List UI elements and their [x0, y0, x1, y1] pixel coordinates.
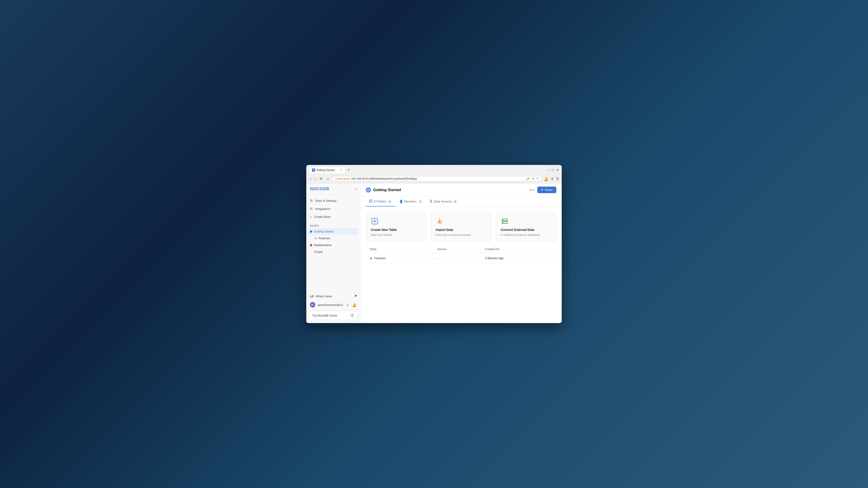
- table-row[interactable]: ◈ Features - 3 Minutes Ago: [366, 253, 556, 263]
- share-label: Share: [545, 188, 553, 192]
- addressbar-row: ‹ › ↻ ☆ ⚠ Not secure 192.168.29.61:8080/…: [309, 175, 559, 183]
- base-dot-red: [310, 244, 312, 246]
- connect-external-card[interactable]: Connect External Data In realtime to ext…: [496, 212, 556, 242]
- create-table-desc: Start from scratch.: [371, 233, 422, 236]
- brave-shield-icon[interactable]: 🛡: [536, 177, 539, 180]
- connect-external-title: Connect External Data: [501, 228, 552, 232]
- data-sources-badge: 1: [453, 200, 458, 203]
- app-layout: NOCODB « ⚙ Team & Settings ⟳ Integration…: [306, 184, 562, 323]
- chevron-up-icon: ▲: [346, 303, 349, 306]
- key-icon[interactable]: 🔑: [526, 177, 530, 180]
- sidebar-item-integrations[interactable]: ⟳ Integrations: [306, 205, 360, 213]
- gear-icon: ⚙: [310, 199, 313, 203]
- user-profile-item[interactable]: AY ayushsnewemail12: ▲ 🔔: [306, 300, 360, 310]
- whats-new-item[interactable]: 📢 What's New!: [306, 293, 360, 300]
- created-on-col-header: Created On: [481, 246, 556, 253]
- header-actions: ⌘ K ⬆ Share: [529, 187, 556, 193]
- getting-started-label: Getting Started: [314, 230, 334, 233]
- tab-favicon: N: [312, 168, 315, 172]
- user-avatar: AY: [310, 302, 315, 307]
- team-settings-label: Team & Settings: [315, 199, 337, 202]
- row-source: -: [434, 253, 482, 263]
- forward-button[interactable]: ›: [314, 176, 317, 181]
- browser-tab[interactable]: N Getting Started ×: [309, 167, 345, 173]
- data-sources-icon: 🗄: [430, 200, 433, 203]
- sidebar-nav: ⚙ Team & Settings ⟳ Integrations + Creat…: [306, 195, 360, 223]
- create-table-title: Create New Table: [371, 228, 422, 232]
- nocodb-logo: NOCODB: [310, 187, 329, 191]
- action-cards-section: Create New Table Start from scratch. Imp…: [361, 206, 562, 246]
- base-dot-blue: [310, 230, 312, 233]
- newbusiness-label: Newbusiness: [314, 243, 331, 247]
- addressbar[interactable]: ⚠ Not secure 192.168.29.61:8080/dashboar…: [332, 176, 542, 182]
- refresh-button[interactable]: ↻: [319, 176, 323, 182]
- share-button[interactable]: ⬆ Share: [537, 187, 556, 193]
- addressbar-action-icons: 🔑 ⬆ 🛡: [526, 177, 539, 180]
- import-data-title: Import Data: [436, 228, 487, 232]
- sidebar-item-empty[interactable]: Empty: [306, 249, 360, 255]
- user-email: ayushsnewemail12:: [318, 303, 343, 306]
- sidebar-item-create-base[interactable]: + Create Base: [306, 213, 360, 221]
- table-header: Table Source Created On: [366, 246, 556, 253]
- table-col-header: Table: [366, 246, 434, 253]
- try-cloud-label: Try NocoDB Cloud: [312, 314, 337, 317]
- base-icon: [366, 188, 371, 193]
- sidebar-item-team-settings[interactable]: ⚙ Team & Settings: [306, 197, 360, 205]
- browser-window: N Getting Started × + ─ □ ✕ ‹ › ↻ ☆ ⚠: [306, 165, 562, 323]
- table-icon: ◈: [314, 236, 317, 240]
- members-badge: 1: [418, 200, 423, 203]
- members-label: Members: [404, 200, 416, 203]
- create-base-label: Create Base: [314, 215, 331, 219]
- tab-close-btn[interactable]: ×: [340, 168, 342, 172]
- bases-section-title: Bases: [306, 223, 360, 228]
- menu-icon[interactable]: ☰: [556, 177, 559, 181]
- integrations-icon: ⟳: [310, 207, 313, 211]
- share-icon: ⬆: [541, 188, 544, 192]
- tabs-row: N Getting Started × + ─ □ ✕: [309, 167, 559, 173]
- sidebar-base-newbusiness[interactable]: Newbusiness: [306, 241, 360, 249]
- sidebar-item-features[interactable]: ◈ Features: [306, 235, 360, 241]
- connect-external-icon: [501, 217, 509, 225]
- notification-badge: [355, 295, 357, 297]
- sidebar-header: NOCODB «: [306, 184, 360, 195]
- sidebar-collapse-button[interactable]: «: [355, 187, 357, 191]
- tab-all-tables[interactable]: All Tables 1: [366, 197, 395, 206]
- tab-title: Getting Started: [316, 168, 335, 172]
- tab-data-sources[interactable]: 🗄 Data Sources 1: [427, 197, 461, 206]
- sidebar-base-getting-started[interactable]: Getting Started: [308, 228, 359, 235]
- tab-members[interactable]: 👤 Members 1: [396, 197, 426, 206]
- data-sources-label: Data Sources: [434, 200, 452, 203]
- win-close[interactable]: ✕: [556, 168, 559, 172]
- win-minimize[interactable]: ─: [548, 168, 550, 172]
- import-data-card[interactable]: Import Data From files & external source…: [431, 212, 491, 242]
- import-icon: [436, 217, 444, 225]
- win-maximize[interactable]: □: [552, 168, 554, 172]
- sidebar-footer: 📢 What's New! AY ayushsnewemail12: ▲ 🔔 T…: [306, 291, 360, 323]
- warning-icon: ⚠: [335, 177, 337, 180]
- back-button[interactable]: ‹: [309, 176, 312, 181]
- main-content: Getting Started ⌘ K ⬆ Share: [361, 184, 562, 323]
- page-title: Getting Started: [373, 188, 401, 192]
- all-tables-badge: 1: [388, 200, 392, 203]
- sidebar: NOCODB « ⚙ Team & Settings ⟳ Integration…: [306, 184, 361, 323]
- help-circle-icon: ?: [350, 313, 354, 318]
- svg-point-11: [502, 222, 503, 223]
- main-tabs: All Tables 1 👤 Members 1 🗄 Data Sources …: [361, 197, 562, 206]
- url-display: 192.168.29.61:8080/dashboard/#/nc/ps6amb…: [351, 177, 417, 180]
- members-icon: 👤: [399, 200, 403, 203]
- browser-titlebar: N Getting Started × + ─ □ ✕ ‹ › ↻ ☆ ⚠: [306, 165, 562, 184]
- create-new-table-card[interactable]: Create New Table Start from scratch.: [366, 212, 426, 242]
- tables-list-section: Table Source Created On ◈ Features: [361, 246, 562, 323]
- download-icon[interactable]: ⬇: [551, 177, 554, 181]
- empty-label: Empty: [314, 250, 323, 254]
- share-page-icon[interactable]: ⬆: [532, 177, 534, 180]
- bookmark-button[interactable]: ☆: [325, 176, 330, 182]
- all-tables-label: All Tables: [374, 200, 386, 203]
- try-nocodb-cloud-banner[interactable]: Try NocoDB Cloud ?: [309, 311, 358, 320]
- bell-icon[interactable]: 🔔: [352, 303, 357, 307]
- extensions-icon[interactable]: 🔔: [544, 177, 548, 181]
- features-label: Features: [318, 236, 330, 240]
- main-header: Getting Started ⌘ K ⬆ Share: [361, 184, 562, 197]
- new-tab-button[interactable]: +: [346, 168, 351, 172]
- main-title-group: Getting Started: [366, 188, 401, 193]
